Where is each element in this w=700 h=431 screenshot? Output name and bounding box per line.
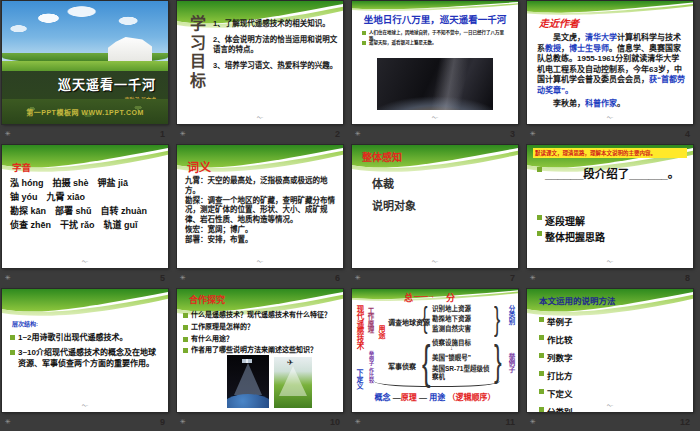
green-wave-decoration [2, 289, 168, 316]
aircraft-beam [279, 366, 307, 396]
bullet-square-icon [183, 313, 188, 318]
bullet-square-icon [539, 317, 544, 322]
slide-status-icon: ✳ [530, 130, 536, 137]
slide-status-icon: ✳ [5, 418, 11, 425]
slide-bottom-mark: ～· [2, 403, 168, 408]
slide-6-word-meanings[interactable]: 词义 九霄：天空的最高处，泛指极高或极远的地方。 勘探：调查一个地区的矿藏，查明… [177, 145, 343, 268]
slide-9-structure[interactable]: 层次结构: 1~2用诗歌引出现代遥感技术。 3~10介绍现代遥感技术的概念及在地… [2, 289, 168, 412]
slide-bottom-mark: ～· [177, 115, 343, 120]
bullet-square-icon [362, 31, 366, 35]
task-item: 逐段理解 [545, 213, 585, 228]
slide-title: 坐地日行八万里，巡天遥看一千河 [352, 12, 518, 26]
slide-3-poem[interactable]: 坐地日行八万里，巡天遥看一千河 人们住在地球上，因地球自转，于不知不觉中，一日已… [352, 1, 518, 124]
inquiry-question: 作者用了哪些说明方法来阐述这些知识？ [191, 346, 317, 355]
bullet-square-icon [362, 41, 366, 45]
slide-5-pronunciation[interactable]: 字音 泓 hóng 拍摄 shè 钾盐 jiā 铀 yóu 九霄 xiāo 勘探… [2, 145, 168, 268]
goal-item: 2、体会说明方法的恰当运用和说明文语言的特点。 [213, 35, 339, 55]
map-working-principle: 工作原理 [365, 307, 375, 333]
slide-status-icon: ✳ [180, 274, 186, 281]
definition-line: 部署：安排，布置。 [185, 235, 337, 245]
map-branch2-method: 举例子 [506, 353, 516, 373]
task-item: 整体把握思路 [545, 229, 605, 244]
aircraft-icon: ✈ [287, 358, 294, 367]
slide-number: 1 [160, 129, 165, 139]
map-branch2: 军事侦察 [388, 361, 416, 371]
slide-status-icon: ✳ [530, 274, 536, 281]
map-branch2-item: 美国“锁眼号” [432, 352, 471, 362]
thumbnail-cell-8: 默读课文，理清思路，理解本文说明的主要内容。 ______段介绍了______。… [525, 144, 700, 288]
slide-title: 字音 [12, 160, 31, 174]
thumbnail-cell-5: 字音 泓 hóng 拍摄 shè 钾盐 jiā 铀 yóu 九霄 xiāo 勘探… [0, 144, 175, 288]
slide-status-icon: ✳ [180, 130, 186, 137]
bullet-square-icon [10, 350, 15, 355]
thumbnail-cell-4: 走近作者 吴文虎，清华大学计算机科学与技术系教授，博士生导师。信息学、奥赛国家队… [525, 0, 700, 144]
bullet-square-icon [10, 335, 15, 340]
earth-from-space-photo [377, 58, 493, 110]
slide-status-icon: ✳ [355, 130, 361, 137]
slide-12-explanation-methods[interactable]: 本文运用的说明方法 举例子 作比较 列数字 打比方 [527, 289, 693, 412]
structure-item: 1~2用诗歌引出现代遥感技术。 [18, 333, 128, 343]
slide-8-reading-task[interactable]: 默读课文，理清思路，理解本文说明的主要内容。 ______段介绍了______。… [527, 145, 693, 268]
highlighted-instruction: 默读课文，理清思路，理解本文说明的主要内容。 [533, 148, 687, 158]
slide-status-icon: ✳ [530, 418, 536, 425]
map-branch1-item: 勘探地下资源 [432, 313, 471, 323]
close-brace-icon: } [494, 337, 502, 385]
slide-number: 7 [510, 273, 515, 283]
map-uses: 用途 [376, 325, 386, 339]
slide-status-icon: ✳ [5, 274, 11, 281]
presentation-title: 巡天遥看一千河 [2, 74, 156, 93]
poem-note: 遥望天际，遥看银河上繁星无数。 [369, 39, 437, 45]
inquiry-question: 工作原理是怎样的？ [191, 323, 254, 332]
green-wave-decoration [527, 1, 693, 15]
green-wave-decoration [352, 1, 518, 11]
pinyin-row: 勘探 kān 部署 shǔ 自转 zhuàn [10, 205, 162, 219]
thumbnail-cell-3: 坐地日行八万里，巡天遥看一千河 人们住在地球上，因地球自转，于不知不觉中，一日已… [350, 0, 525, 144]
map-methods-small: 举例子 作比较 [368, 351, 375, 382]
slide-bottom-mark: ～· [2, 259, 168, 264]
slide-11-concept-map[interactable]: 总 ——→ 分 现代遥感技术 下定义 工作原理 用途 举例子 作比较 调查地球资… [352, 289, 518, 412]
thumbnail-cell-9: 层次结构: 1~2用诗歌引出现代遥感技术。 3~10介绍现代遥感技术的概念及在地… [0, 288, 175, 431]
method-item: 举例子 [547, 315, 573, 327]
fill-in-blank-line: ______段介绍了______。 [545, 165, 679, 181]
goal-item: 3、培养学习语文、热爱科学的兴趣。 [213, 61, 339, 71]
bullet-square-icon [537, 231, 542, 236]
pinyin-row: 侦查 zhēn 干扰 rǎo 轨道 guǐ [10, 219, 162, 233]
slide-7-overall-perception[interactable]: 整体感知 体裁 说明对象 ～· [352, 145, 518, 268]
slide-title: 走近作者 [539, 15, 579, 30]
section-subtitle: 层次结构: [12, 319, 38, 328]
slide-status-icon: ✳ [180, 418, 186, 425]
inquiry-question: 什么是遥感技术？现代遥感技术有什么特征？ [191, 311, 331, 320]
satellite-icon [242, 359, 252, 363]
inquiry-question: 有什么用途？ [191, 335, 233, 344]
pinyin-row: 泓 hóng 拍摄 shè 钾盐 jiā [10, 177, 162, 191]
slide-bottom-mark: ～· [352, 259, 518, 264]
satellite-beam [234, 363, 262, 395]
slide-2-learning-goals[interactable]: 学习目标 1、了解现代遥感技术的相关知识。 2、体会说明方法的恰当运用和说明文语… [177, 1, 343, 124]
thumbnail-cell-1: 巡天遥看一千河 李秋弟 吴文虎 第一PPT模板网 WWW.1PPT.COM ✳ … [0, 0, 175, 144]
slide-title: 整体感知 [362, 149, 402, 164]
slide-sorter-grid: 巡天遥看一千河 李秋弟 吴文虎 第一PPT模板网 WWW.1PPT.COM ✳ … [0, 0, 700, 431]
watermark: 第一PPT模板网 WWW.1PPT.COM [2, 99, 168, 124]
bullet-square-icon [539, 389, 544, 394]
thumbnail-cell-11: 总 ——→ 分 现代遥感技术 下定义 工作原理 用途 举例子 作比较 调查地球资… [350, 288, 525, 431]
grass-photo [2, 61, 168, 71]
thumbnail-cell-10: 合作探究 什么是遥感技术？现代遥感技术有什么特征？ 工作原理是怎样的？ 有什么用… [175, 288, 350, 431]
method-item: 作比较 [547, 333, 573, 345]
definition-line: 九霄：天空的最高处，泛指极高或极远的地方。 [185, 176, 337, 196]
thumbnail-cell-12: 本文运用的说明方法 举例子 作比较 列数字 打比方 [525, 288, 700, 431]
slide-bottom-mark: ～· [177, 259, 343, 264]
aerial-survey-photo: ✈ [274, 357, 312, 408]
map-branch2-item: 美国SR-71型超级侦察机 [432, 365, 494, 381]
slide-bottom-mark: ～· [527, 403, 693, 408]
slide-10-cooperative-inquiry[interactable]: 合作探究 什么是遥感技术？现代遥感技术有什么特征？ 工作原理是怎样的？ 有什么用… [177, 289, 343, 412]
slide-status-icon: ✳ [355, 274, 361, 281]
slide-number: 2 [335, 129, 340, 139]
bullet-square-icon [537, 215, 542, 220]
method-item: 打比方 [547, 369, 573, 381]
slide-1-title-slide[interactable]: 巡天遥看一千河 李秋弟 吴文虎 第一PPT模板网 WWW.1PPT.COM [2, 1, 168, 124]
structure-item: 3~10介绍现代遥感技术的概念及在地球资源、军事侦查两个方面的重要作用。 [18, 348, 162, 369]
map-branch1-item: 监测自然灾害 [432, 323, 471, 333]
perception-item: 体裁 [372, 175, 394, 191]
bullet-square-icon [183, 337, 188, 342]
slide-4-about-author[interactable]: 走近作者 吴文虎，清华大学计算机科学与技术系教授，博士生导师。信息学、奥赛国家队… [527, 1, 693, 124]
